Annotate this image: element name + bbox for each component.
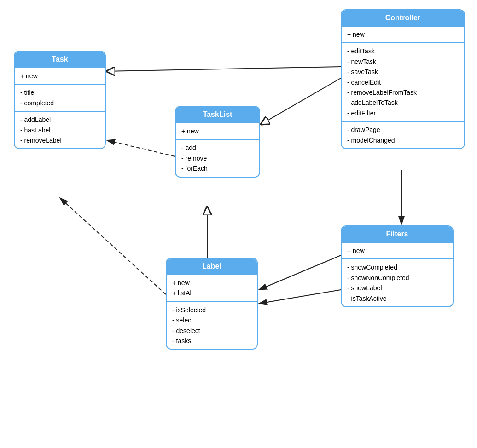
label-class: Label + new + listAll - isSelected - sel… xyxy=(166,258,258,350)
task-methods: - addLabel - hasLabel - removeLabel xyxy=(15,111,105,148)
filters-attributes: - showCompleted - showNonCompleted - sho… xyxy=(342,258,453,306)
tasklist-class: TaskList + new - add - remove - forEach xyxy=(175,106,260,178)
tasklist-constructor: + new xyxy=(176,122,259,139)
tasklist-methods: - add - remove - forEach xyxy=(176,139,259,176)
tasklist-header: TaskList xyxy=(176,107,259,122)
filters-header: Filters xyxy=(342,226,453,242)
controller-class: Controller + new - editTask - newTask - … xyxy=(341,9,465,149)
task-attributes: - title - completed xyxy=(15,84,105,111)
diagram-container: Task + new - title - completed - addLabe… xyxy=(0,0,477,448)
svg-line-4 xyxy=(261,78,341,124)
label-attributes: - isSelected - select - deselect - tasks xyxy=(167,301,257,349)
task-constructor: + new xyxy=(15,67,105,84)
label-constructor: + new + listAll xyxy=(167,274,257,301)
controller-methods: - drawPage - modelChanged xyxy=(342,121,464,148)
controller-constructor: + new xyxy=(342,26,464,42)
svg-line-3 xyxy=(107,67,341,71)
task-header: Task xyxy=(15,52,105,67)
controller-attributes: - editTask - newTask - saveTask - cancel… xyxy=(342,42,464,121)
svg-line-6 xyxy=(107,140,175,156)
controller-header: Controller xyxy=(342,10,464,26)
filters-constructor: + new xyxy=(342,242,453,258)
svg-line-8 xyxy=(60,198,166,294)
label-header: Label xyxy=(167,258,257,274)
task-class: Task + new - title - completed - addLabe… xyxy=(14,51,106,149)
filters-class: Filters + new - showCompleted - showNonC… xyxy=(341,225,454,307)
